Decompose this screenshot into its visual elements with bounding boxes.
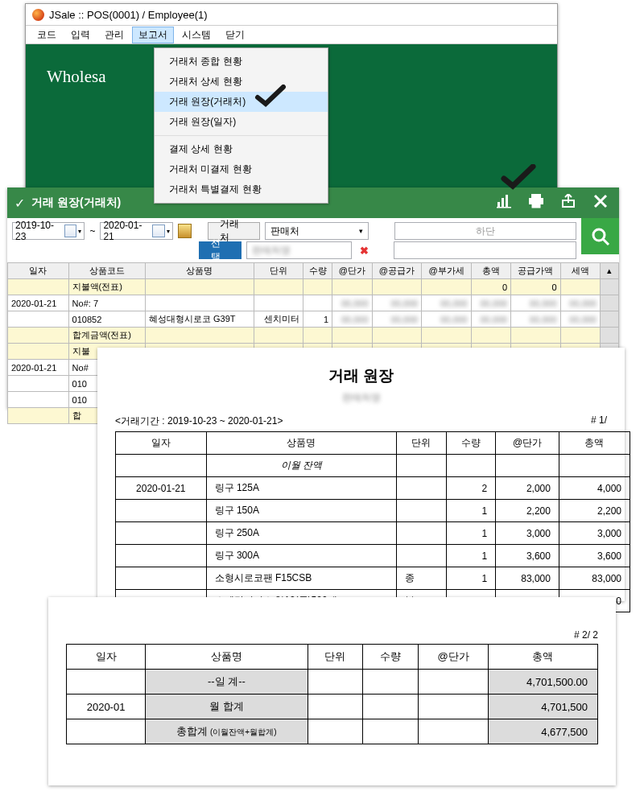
grid-cell[interactable]: 00,000 [372, 311, 422, 328]
grid-cell[interactable]: 2020-01-21 [8, 295, 69, 311]
grid-cell[interactable]: 0 [511, 279, 560, 295]
report-cell [419, 695, 489, 719]
print-icon[interactable] [529, 194, 543, 212]
grid-cell[interactable] [332, 328, 372, 344]
dropdown-item[interactable]: 거래처 특별결제 현황 [155, 179, 328, 200]
report-cell [397, 545, 447, 567]
grid-cell[interactable]: 센치미터 [254, 311, 303, 328]
report-cell [308, 670, 363, 695]
scrollbar[interactable] [601, 328, 619, 344]
grid-cell[interactable]: 00,000 [560, 311, 600, 328]
grid-cell[interactable]: 00,000 [332, 295, 372, 311]
menu-닫기[interactable]: 닫기 [219, 27, 251, 43]
report-cell [116, 545, 207, 567]
grid-cell[interactable]: 00,000 [471, 295, 510, 311]
grid-cell[interactable]: No#: 7 [68, 295, 145, 311]
chart-icon[interactable] [497, 194, 511, 212]
grid-cell[interactable] [372, 279, 422, 295]
menu-시스템[interactable]: 시스템 [175, 27, 217, 43]
select-button[interactable]: 선택 [199, 241, 242, 259]
report-cell [67, 719, 146, 744]
grid-cell[interactable]: 합계금액(전표) [68, 328, 145, 344]
grid-cell[interactable]: 1 [303, 311, 332, 328]
menu-코드[interactable]: 코드 [31, 27, 63, 43]
grid-cell[interactable] [8, 311, 69, 328]
report-cell: 3,000 [496, 522, 559, 545]
grid-cell[interactable]: 혜성대형시로코 G39T [145, 311, 254, 328]
grid-cell[interactable] [511, 328, 560, 344]
grid-cell[interactable] [372, 328, 422, 344]
grid-cell[interactable] [8, 392, 69, 408]
grid-cell[interactable]: 2020-01-21 [8, 360, 69, 376]
grid-cell[interactable] [8, 376, 69, 392]
grid-cell[interactable]: 0 [471, 279, 510, 295]
menu-관리[interactable]: 관리 [98, 27, 130, 43]
scrollbar[interactable] [601, 311, 619, 328]
grid-cell[interactable]: 00,000 [332, 311, 372, 328]
grid-cell[interactable] [560, 328, 600, 344]
close-icon[interactable] [593, 194, 608, 212]
supplier-type-select[interactable]: 판매처▾ [265, 222, 369, 240]
clear-icon[interactable]: ✖ [360, 245, 369, 257]
report-cell [363, 719, 419, 744]
grid-cell[interactable]: 00,000 [560, 295, 600, 311]
grid-cell[interactable] [8, 408, 69, 424]
grid-cell[interactable] [8, 344, 69, 360]
report-cell [419, 670, 489, 695]
grid-cell[interactable]: 00,000 [372, 295, 422, 311]
dropdown-item[interactable]: 거래 원장(일자) [155, 112, 328, 132]
grid-cell[interactable] [303, 328, 332, 344]
dropdown-item[interactable]: 거래 원장(거래처) [155, 92, 328, 112]
report-cell: 링구 300A [206, 545, 397, 567]
grid-cell[interactable]: 00,000 [511, 295, 560, 311]
grid-cell[interactable] [254, 295, 303, 311]
report-cell: 종 [397, 567, 447, 590]
grid-cell[interactable] [145, 328, 254, 344]
refresh-icon[interactable] [178, 224, 192, 238]
grid-cell[interactable] [254, 279, 303, 295]
grid-cell[interactable] [145, 295, 254, 311]
grid-cell[interactable] [471, 328, 510, 344]
selection-input[interactable]: 판매처명 [246, 241, 351, 259]
grid-cell[interactable] [560, 279, 600, 295]
grid-cell[interactable]: 00,000 [422, 295, 472, 311]
grid-cell[interactable] [145, 279, 254, 295]
scrollbar[interactable] [601, 295, 619, 311]
window-title: JSale :: POS(0001) / Employee(1) [49, 9, 208, 21]
report-cell: 2,000 [496, 477, 559, 500]
date-from-input[interactable]: 2019-10-23▾ [12, 222, 85, 240]
report-cell [116, 567, 207, 590]
dropdown-item[interactable]: 거래처 상세 현황 [155, 72, 328, 92]
dropdown-item[interactable]: 거래처 미결제 현황 [155, 159, 328, 179]
scrollbar-head: ▴ [601, 263, 619, 279]
grid-cell[interactable] [8, 279, 69, 295]
report-cell [446, 455, 496, 477]
report-table-2: 일자상품명단위수량@단가총액--일 계--4,701,500.002020-01… [66, 644, 598, 744]
region-input[interactable]: 하단 [394, 222, 576, 240]
search-button[interactable] [581, 218, 619, 254]
grid-cell[interactable] [254, 328, 303, 344]
menu-보고서[interactable]: 보고서 [132, 27, 174, 43]
date-to-input[interactable]: 2020-01-21▾ [100, 222, 172, 240]
menu-입력[interactable]: 입력 [64, 27, 97, 43]
report-cell: 2020-01 [67, 695, 146, 719]
scrollbar[interactable] [601, 279, 619, 295]
grid-cell[interactable]: 00,000 [422, 311, 472, 328]
dropdown-item[interactable]: 결제 상세 현황 [155, 139, 328, 159]
ok-icon[interactable]: ✓ [7, 196, 31, 211]
grid-cell[interactable] [8, 328, 69, 344]
dropdown-item[interactable]: 거래처 종합 현황 [155, 52, 328, 72]
grid-cell[interactable] [422, 328, 472, 344]
report-cell: 2020-01-21 [116, 477, 207, 500]
filter-row: 2019-10-23▾ ~ 2020-01-21▾ 거래처 판매처▾ 하단 [7, 218, 581, 240]
grid-cell[interactable] [303, 279, 332, 295]
grid-cell[interactable] [332, 279, 372, 295]
grid-cell[interactable]: 00,000 [511, 311, 560, 328]
export-icon[interactable] [561, 194, 576, 212]
extra-input[interactable] [394, 241, 576, 259]
grid-cell[interactable]: 지불액(전표) [68, 279, 145, 295]
grid-cell[interactable]: 00,000 [471, 311, 510, 328]
grid-cell[interactable] [303, 295, 332, 311]
grid-cell[interactable]: 010852 [68, 311, 145, 328]
grid-cell[interactable] [422, 279, 472, 295]
